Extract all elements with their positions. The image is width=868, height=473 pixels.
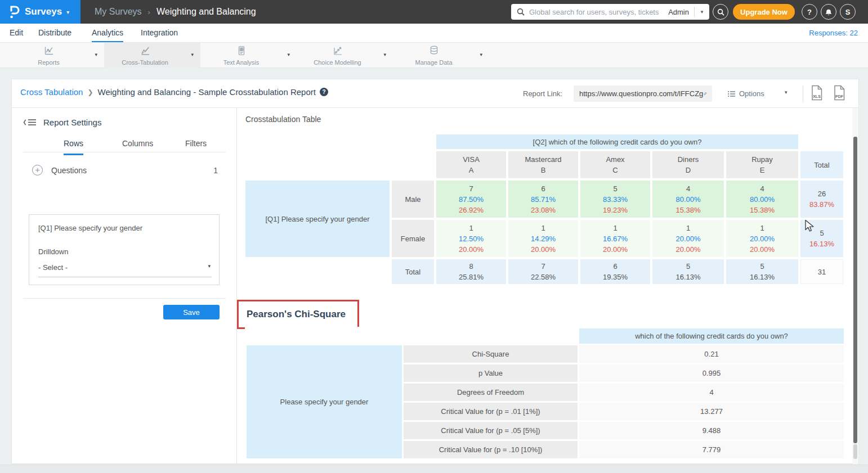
search-button[interactable] xyxy=(713,4,728,20)
breadcrumb-cross-tabulation[interactable]: Cross Tabulation xyxy=(20,87,83,97)
topbar-breadcrumb: My Surveys › Weighting and Balancing xyxy=(95,0,256,24)
search-input[interactable] xyxy=(529,8,663,16)
data-cell: 685.71%23.08% xyxy=(508,181,578,218)
total-row-label: Total xyxy=(392,259,434,284)
chi-square-section-title: Pearson's Chi-Square xyxy=(247,309,346,320)
document-grid-icon xyxy=(200,45,282,56)
notifications-button[interactable] xyxy=(821,4,836,20)
grand-total-cell: 31 xyxy=(800,259,843,284)
total-column-header: Total xyxy=(800,151,843,178)
responses-count[interactable]: Responses: 22 xyxy=(809,24,858,42)
chi-stat-value: 0.21 xyxy=(579,345,844,363)
chi-stat-label: Critical Value for (p = .10 [10%]) xyxy=(404,441,578,458)
xls-export-icon[interactable]: XLS xyxy=(810,85,824,103)
toolbar-item-cross-tabulation[interactable]: Cross-Tabulation ▾ xyxy=(104,43,200,68)
report-link-label: Report Link: xyxy=(523,89,562,98)
breadcrumb-my-surveys[interactable]: My Surveys xyxy=(95,7,142,17)
tab-distribute[interactable]: Distribute xyxy=(38,24,71,42)
data-cell: 116.67%20.00% xyxy=(580,220,650,257)
vertical-scrollbar-thumb[interactable] xyxy=(853,137,857,443)
question-card: [Q1] Please specify your gender Drilldow… xyxy=(29,214,220,285)
column-header: MastercardB xyxy=(508,151,578,178)
line-chart-icon xyxy=(8,45,90,56)
data-cell: 480.00%15.38% xyxy=(726,181,798,218)
toolbar-item-choice-modelling[interactable]: Choice Modelling ▾ xyxy=(297,43,393,68)
total-cell: 516.13% xyxy=(726,259,798,284)
collapse-settings-button[interactable]: Report Settings xyxy=(23,118,101,127)
column-header: RupayE xyxy=(726,151,798,178)
search-icon xyxy=(517,8,525,16)
global-search: Admin ▾ xyxy=(511,4,709,20)
column-header: DinersD xyxy=(652,151,724,178)
divider xyxy=(803,85,803,102)
chevron-down-icon: ▾ xyxy=(383,52,386,57)
report-settings-panel: Report Settings Rows Columns Filters + Q… xyxy=(12,108,237,465)
row-label-male: Male xyxy=(392,181,434,218)
drilldown-select[interactable]: - Select - ▾ xyxy=(38,262,212,277)
questionpro-logo-icon xyxy=(8,4,20,19)
column-header: VISAA xyxy=(436,151,506,178)
report-link-url[interactable]: https://www.questionpro.com/t/lFFCZg xyxy=(579,89,703,98)
crosstab-table: [Q2] which of the following credit cards… xyxy=(243,132,845,286)
divider xyxy=(23,152,226,152)
save-button[interactable]: Save xyxy=(163,305,220,319)
column-header: AmexC xyxy=(580,151,650,178)
total-cell: 722.58% xyxy=(508,259,578,284)
crosstab-section-title: Crosstabulation Table xyxy=(245,115,321,124)
brand-label: Surveys xyxy=(25,6,62,17)
chevron-down-icon: ▾ xyxy=(208,263,211,269)
total-cell: 825.81% xyxy=(436,259,506,284)
toolbar-item-manage-data[interactable]: Manage Data ▾ xyxy=(393,43,489,68)
chevron-down-icon: ▾ xyxy=(66,9,69,15)
highlight-annotation-box: Pearson's Chi-Square xyxy=(237,300,359,329)
chevron-down-icon: ▾ xyxy=(287,52,290,57)
data-cell: 114.29%20.00% xyxy=(508,220,578,257)
settings-title: Report Settings xyxy=(43,118,101,127)
tab-rows[interactable]: Rows xyxy=(64,139,83,155)
list-icon xyxy=(728,91,736,97)
total-cell: 516.13% xyxy=(652,259,724,284)
mouse-cursor xyxy=(804,219,815,233)
chi-stat-label: Critical Value for (p = .05 [5%]) xyxy=(404,422,578,439)
chi-stat-value: 9.488 xyxy=(579,422,844,439)
question-text: [Q1] Please specify your gender xyxy=(38,224,142,232)
top-navbar: Surveys ▾ My Surveys › Weighting and Bal… xyxy=(0,0,868,24)
crosstab-chart-icon xyxy=(104,45,186,56)
tab-edit[interactable]: Edit xyxy=(10,24,23,42)
drilldown-value: - Select - xyxy=(38,263,68,272)
row-question-cell: [Q1] Please specify your gender xyxy=(245,181,390,257)
help-icon[interactable]: ? xyxy=(320,88,328,96)
link-icon[interactable] xyxy=(703,89,708,98)
chi-stat-value: 4 xyxy=(579,384,844,401)
report-card: Cross Tabulation ❯ Weighting and Balanci… xyxy=(11,79,859,464)
row-label-female: Female xyxy=(392,220,434,257)
options-menu[interactable]: Options xyxy=(728,85,764,102)
chevron-down-icon: ▾ xyxy=(191,52,194,57)
chi-stat-label: Degrees of Freedom xyxy=(404,384,578,401)
upgrade-now-button[interactable]: Upgrade Now xyxy=(733,4,795,20)
tab-analytics[interactable]: Analytics xyxy=(92,24,123,42)
chi-stat-value: 7.779 xyxy=(579,441,844,458)
chi-stat-label: p Value xyxy=(404,364,578,382)
chi-row-header: Please specify your gender xyxy=(247,345,402,458)
add-question-icon[interactable]: + xyxy=(32,165,43,175)
chevron-down-icon[interactable]: ▾ xyxy=(785,89,788,95)
data-cell: 787.50%26.92% xyxy=(436,181,506,218)
search-scope-dropdown[interactable]: ▾ xyxy=(695,9,709,15)
app-window: Surveys ▾ My Surveys › Weighting and Bal… xyxy=(0,0,868,473)
user-avatar[interactable]: S xyxy=(840,4,856,20)
breadcrumb-survey-name: Weighting and Balancing xyxy=(156,7,256,17)
search-scope-label[interactable]: Admin xyxy=(663,8,694,16)
pdf-export-icon[interactable]: PDF xyxy=(833,85,846,103)
report-breadcrumb: Cross Tabulation ❯ Weighting and Balanci… xyxy=(20,87,328,97)
product-switcher[interactable]: Surveys ▾ xyxy=(0,0,80,24)
options-label: Options xyxy=(739,89,764,98)
chi-square-table: which of the following credit cards do y… xyxy=(245,327,845,460)
report-link-field[interactable]: https://www.questionpro.com/t/lFFCZg xyxy=(574,85,712,102)
toolbar-item-reports[interactable]: Reports ▾ xyxy=(8,43,104,68)
data-cell: 112.50%20.00% xyxy=(436,220,506,257)
questions-section: + Questions 1 xyxy=(12,164,237,178)
toolbar-item-text-analysis[interactable]: Text Analysis ▾ xyxy=(200,43,297,68)
help-button[interactable]: ? xyxy=(802,4,817,20)
tab-integration[interactable]: Integration xyxy=(141,24,178,42)
